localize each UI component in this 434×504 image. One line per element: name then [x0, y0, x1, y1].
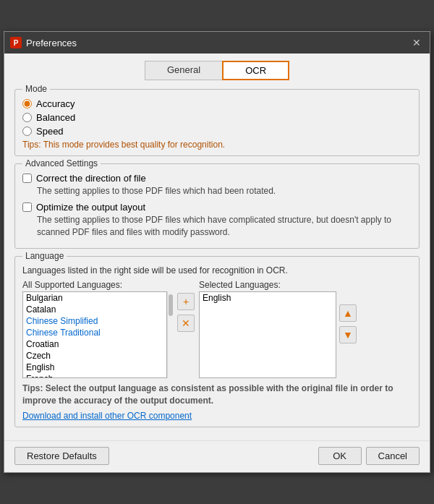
window-title: Preferences: [26, 38, 409, 48]
all-languages-panel: All Supported Languages: Bulgarian Catal…: [22, 280, 173, 378]
optimize-layout-checkbox[interactable]: [22, 202, 32, 212]
correct-direction-item[interactable]: Correct the direction of file: [22, 173, 412, 184]
list-item[interactable]: Croatian: [23, 338, 166, 350]
remove-language-button[interactable]: ✕: [177, 315, 195, 332]
list-item[interactable]: Bulgarian: [23, 292, 166, 304]
selected-languages-label: Selected Languages:: [199, 280, 412, 290]
download-link-container: Download and install other OCR component: [22, 410, 412, 421]
correct-direction-desc: The setting applies to those PDF files w…: [37, 185, 412, 197]
language-section: Language Languages listed in the right s…: [14, 256, 420, 427]
footer-right-buttons: OK Cancel: [318, 447, 420, 465]
list-item[interactable]: French: [23, 373, 166, 378]
mode-tips: Tips: This mode provides best quality fo…: [22, 140, 412, 150]
list-item[interactable]: Catalan: [23, 304, 166, 315]
move-down-button[interactable]: ▼: [339, 326, 357, 343]
optimize-layout-item[interactable]: Optimize the output layout: [22, 202, 412, 213]
all-languages-list[interactable]: Bulgarian Catalan Chinese Simplified Chi…: [22, 291, 167, 378]
add-language-button[interactable]: +: [177, 293, 195, 310]
list-item[interactable]: Chinese Simplified: [23, 315, 166, 327]
all-list-container: Bulgarian Catalan Chinese Simplified Chi…: [22, 291, 173, 378]
reorder-buttons: ▲ ▼: [339, 291, 357, 343]
footer: Restore Defaults OK Cancel: [4, 440, 430, 472]
mode-content: Accuracy Balanced Speed Tips: This mode …: [22, 98, 412, 150]
language-panels: All Supported Languages: Bulgarian Catal…: [22, 280, 412, 378]
selected-languages-list[interactable]: English: [199, 291, 336, 378]
selected-list-container: English ▲ ▼: [199, 291, 412, 378]
tab-ocr[interactable]: OCR: [222, 61, 289, 80]
restore-defaults-button[interactable]: Restore Defaults: [14, 447, 109, 465]
main-content: General OCR Mode Accuracy Balanced: [4, 54, 430, 440]
lang-middle-buttons: + ✕: [173, 280, 199, 332]
language-description: Languages listed in the right side will …: [22, 265, 412, 276]
mode-section-title: Mode: [22, 84, 50, 94]
app-icon: P: [10, 37, 22, 48]
scrollbar-thumb: [169, 294, 173, 316]
speed-radio[interactable]: [22, 127, 32, 136]
mode-section: Mode Accuracy Balanced Speed: [14, 89, 420, 156]
mode-balanced[interactable]: Balanced: [22, 112, 412, 123]
tab-general[interactable]: General: [145, 61, 222, 80]
correct-direction-checkbox[interactable]: [22, 174, 32, 183]
ok-button[interactable]: OK: [318, 447, 362, 465]
accuracy-radio[interactable]: [22, 99, 32, 108]
preferences-window: P Preferences ✕ General OCR Mode Accurac…: [4, 31, 430, 473]
selected-languages-panel: Selected Languages: English ▲ ▼: [199, 280, 412, 378]
close-button[interactable]: ✕: [409, 37, 424, 48]
move-up-button[interactable]: ▲: [339, 304, 357, 322]
advanced-section-title: Advanced Settings: [22, 158, 101, 168]
language-tips: Tips: Select the output language as cons…: [22, 383, 412, 407]
cancel-button[interactable]: Cancel: [366, 447, 420, 465]
list-item[interactable]: Czech: [23, 350, 166, 362]
titlebar: P Preferences ✕: [4, 32, 430, 54]
mode-radio-group: Accuracy Balanced Speed: [22, 98, 412, 137]
optimize-layout-desc: The setting applies to those PDF files w…: [37, 214, 412, 239]
download-ocr-link[interactable]: Download and install other OCR component: [22, 411, 192, 421]
language-section-title: Language: [22, 251, 67, 261]
mode-accuracy[interactable]: Accuracy: [22, 98, 412, 109]
selected-item[interactable]: English: [200, 292, 336, 304]
balanced-radio[interactable]: [22, 113, 32, 122]
advanced-content: Correct the direction of file The settin…: [22, 173, 412, 238]
mode-speed[interactable]: Speed: [22, 126, 412, 137]
list-item[interactable]: Chinese Traditional: [23, 327, 166, 338]
advanced-section: Advanced Settings Correct the direction …: [14, 163, 420, 249]
all-languages-label: All Supported Languages:: [22, 280, 173, 290]
list-item[interactable]: English: [23, 362, 166, 373]
tab-bar: General OCR: [14, 61, 420, 80]
all-list-scrollbar[interactable]: [167, 291, 173, 378]
